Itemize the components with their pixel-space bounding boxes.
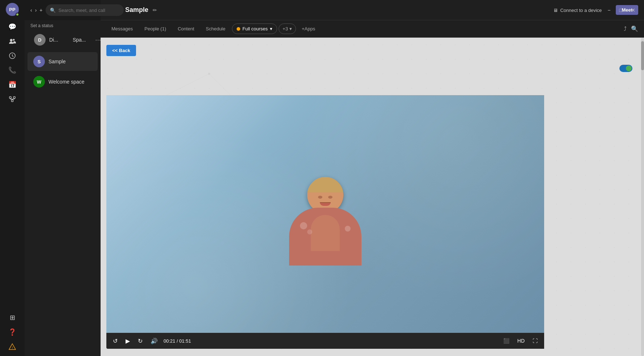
edit-icon[interactable]: ✏ (153, 7, 157, 13)
sidebar-item-alert[interactable]: ! (6, 340, 19, 353)
tab-schedule[interactable]: Schedule (201, 23, 230, 34)
scrollbar-thumb[interactable] (641, 41, 644, 70)
video-controls-bar: ↺ ▶ ↻ 🔊 00:21 / 01:51 ⬛ HD ⛶ (106, 333, 544, 349)
status-text: Set a status (30, 23, 53, 28)
connect-to-device-button[interactable]: 🖥 Connect to a device (553, 8, 602, 13)
topbar: ‹ › + 🔍 (25, 0, 101, 20)
chevron-down-icon-more: ▾ (289, 26, 292, 31)
nav-item-welcome[interactable]: W Welcome space (27, 72, 98, 91)
nav-item-welcome-label: Welcome space (48, 79, 84, 85)
new-tab-button[interactable]: + (39, 5, 42, 15)
search-tab-icon[interactable]: 🔍 (631, 25, 638, 32)
person-hair (307, 177, 343, 192)
tab-full-courses-label: Full courses (242, 26, 268, 31)
status-area: Set a status (25, 20, 101, 30)
tab-messages[interactable]: Messages (106, 23, 138, 34)
tabs-bar: Messages People (1) Content Schedule Ful… (101, 20, 644, 38)
video-placeholder[interactable] (106, 95, 544, 333)
fullscreen-button[interactable]: ⛶ (530, 336, 540, 345)
sidebar-item-workflows[interactable] (6, 93, 19, 106)
channel-title: Sample (125, 6, 148, 14)
sidebar-item-apps[interactable]: ⊞ (6, 311, 19, 324)
svg-point-1 (13, 39, 15, 41)
tab-more[interactable]: +3 ▾ (279, 24, 296, 34)
nav-item-di-label: Di... (49, 37, 58, 43)
sidebar-item-people[interactable] (6, 35, 19, 48)
tab-apps[interactable]: +Apps (297, 24, 319, 34)
nav-avatar-di: D (34, 34, 46, 46)
subtitles-button[interactable]: ⬛ (501, 336, 512, 345)
share-icon[interactable]: ⤴ (624, 26, 627, 32)
tab-people[interactable]: People (1) (139, 23, 171, 34)
volume-button[interactable]: 🔊 (148, 336, 160, 346)
tabs-right: ⤴ 🔍 (624, 25, 638, 32)
connect-label: Connect to a device (560, 8, 602, 13)
nav-panel: ‹ › + 🔍 Set a status D Di... Spa... ⋯ S … (25, 0, 101, 356)
pattern-3 (345, 226, 351, 232)
eye-right (328, 196, 332, 199)
mouth (320, 202, 331, 206)
scrollbar[interactable] (641, 38, 644, 356)
fast-forward-button[interactable]: ↻ (136, 336, 145, 346)
nav-avatar-welcome: W (33, 76, 45, 88)
svg-text:!: ! (12, 346, 13, 349)
svg-rect-4 (12, 100, 13, 102)
search-input[interactable] (46, 4, 124, 16)
pattern-1 (300, 222, 307, 229)
minimize-button[interactable]: − (605, 6, 613, 14)
sidebar-item-activity[interactable] (6, 49, 19, 62)
quality-button[interactable]: HD (515, 336, 527, 345)
nav-item-sample[interactable]: S Sample (27, 52, 98, 71)
svg-rect-2 (9, 97, 11, 98)
tab-content[interactable]: Content (173, 23, 199, 34)
transcript-toggle[interactable] (619, 65, 632, 72)
content-area: << Back BIGGER BRAINS Mastering Excel 36… (101, 38, 644, 356)
tab-full-courses[interactable]: Full courses ▾ (232, 24, 277, 34)
rewind-button[interactable]: ↺ (111, 336, 120, 346)
svg-point-18 (208, 73, 210, 75)
sidebar-item-calls[interactable]: 📞 (6, 64, 19, 77)
search-wrap: 🔍 (46, 4, 124, 16)
search-icon: 🔍 (50, 8, 56, 13)
sidebar: PP 💬 📞 📅 ⊞ ❓ ! (0, 0, 25, 356)
video-section: ↺ ▶ ↻ 🔊 00:21 / 01:51 ⬛ HD ⛶ (106, 95, 544, 349)
sidebar-item-calendar[interactable]: 📅 (6, 78, 19, 91)
maximize-button[interactable]: □ (617, 6, 625, 14)
chevron-down-icon: ▾ (270, 26, 272, 31)
nav-items-header: D Di... Spa... ⋯ (25, 30, 101, 50)
forward-button[interactable]: › (35, 5, 37, 15)
avatar[interactable]: PP (6, 3, 19, 16)
person-body (289, 208, 361, 266)
neck-area (311, 215, 340, 251)
time-display: 00:21 / 01:51 (164, 338, 191, 344)
svg-rect-3 (13, 97, 15, 98)
presence-indicator (16, 13, 19, 16)
close-button[interactable]: ✕ (628, 6, 638, 14)
nav-item-spa[interactable]: Spa... (69, 35, 90, 45)
svg-point-0 (10, 39, 13, 42)
nav-avatar-sample: S (33, 56, 45, 67)
sidebar-item-chat[interactable]: 💬 (6, 20, 19, 33)
nav-item-sample-label: Sample (48, 59, 65, 64)
play-button[interactable]: ▶ (123, 336, 132, 346)
eye-left (318, 196, 322, 199)
back-button[interactable]: ‹ (30, 5, 32, 15)
back-button[interactable]: << Back (106, 45, 136, 56)
tab-dot (237, 27, 240, 31)
pattern-2 (307, 229, 312, 234)
nav-item-spa-label: Spa... (73, 37, 86, 43)
window-controls-area: 🖥 Connect to a device − □ ✕ (547, 0, 644, 20)
nav-item-di[interactable]: D Di... (30, 32, 62, 48)
sidebar-item-help[interactable]: ❓ (6, 326, 19, 339)
person-figure (289, 177, 361, 266)
tab-more-label: +3 (283, 26, 288, 31)
main-area: 🖥 Connect to a device − □ ✕ ⚙ ☆ Sample ✏… (101, 0, 644, 356)
monitor-icon: 🖥 (553, 8, 558, 13)
